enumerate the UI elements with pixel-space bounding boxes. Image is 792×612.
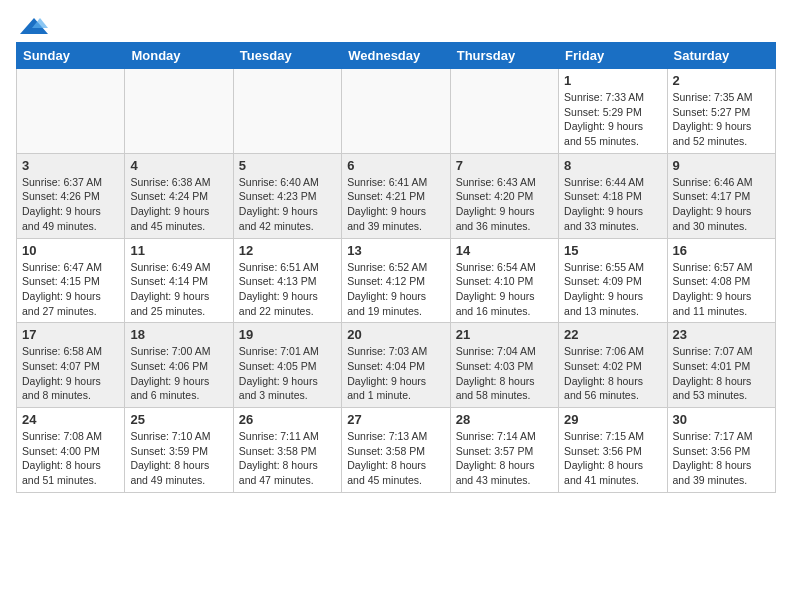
day-number: 3 — [22, 158, 119, 173]
day-number: 27 — [347, 412, 444, 427]
calendar-cell: 23Sunrise: 7:07 AMSunset: 4:01 PMDayligh… — [667, 323, 775, 408]
day-detail: Sunrise: 7:15 AMSunset: 3:56 PMDaylight:… — [564, 429, 661, 488]
day-detail: Sunrise: 6:57 AMSunset: 4:08 PMDaylight:… — [673, 260, 770, 319]
calendar-cell: 5Sunrise: 6:40 AMSunset: 4:23 PMDaylight… — [233, 153, 341, 238]
calendar-cell: 8Sunrise: 6:44 AMSunset: 4:18 PMDaylight… — [559, 153, 667, 238]
day-detail: Sunrise: 7:06 AMSunset: 4:02 PMDaylight:… — [564, 344, 661, 403]
day-detail: Sunrise: 7:00 AMSunset: 4:06 PMDaylight:… — [130, 344, 227, 403]
day-number: 28 — [456, 412, 553, 427]
calendar-cell: 9Sunrise: 6:46 AMSunset: 4:17 PMDaylight… — [667, 153, 775, 238]
calendar-cell: 12Sunrise: 6:51 AMSunset: 4:13 PMDayligh… — [233, 238, 341, 323]
day-detail: Sunrise: 6:54 AMSunset: 4:10 PMDaylight:… — [456, 260, 553, 319]
day-detail: Sunrise: 6:51 AMSunset: 4:13 PMDaylight:… — [239, 260, 336, 319]
calendar-cell — [17, 69, 125, 154]
day-detail: Sunrise: 7:01 AMSunset: 4:05 PMDaylight:… — [239, 344, 336, 403]
weekday-header-friday: Friday — [559, 43, 667, 69]
day-detail: Sunrise: 6:43 AMSunset: 4:20 PMDaylight:… — [456, 175, 553, 234]
day-detail: Sunrise: 6:52 AMSunset: 4:12 PMDaylight:… — [347, 260, 444, 319]
week-row-4: 17Sunrise: 6:58 AMSunset: 4:07 PMDayligh… — [17, 323, 776, 408]
day-detail: Sunrise: 7:33 AMSunset: 5:29 PMDaylight:… — [564, 90, 661, 149]
calendar-cell: 18Sunrise: 7:00 AMSunset: 4:06 PMDayligh… — [125, 323, 233, 408]
day-number: 17 — [22, 327, 119, 342]
logo — [16, 16, 48, 32]
weekday-header-monday: Monday — [125, 43, 233, 69]
day-detail: Sunrise: 7:35 AMSunset: 5:27 PMDaylight:… — [673, 90, 770, 149]
day-number: 14 — [456, 243, 553, 258]
calendar-cell: 21Sunrise: 7:04 AMSunset: 4:03 PMDayligh… — [450, 323, 558, 408]
day-number: 11 — [130, 243, 227, 258]
day-number: 8 — [564, 158, 661, 173]
day-detail: Sunrise: 6:41 AMSunset: 4:21 PMDaylight:… — [347, 175, 444, 234]
day-number: 22 — [564, 327, 661, 342]
day-number: 20 — [347, 327, 444, 342]
day-detail: Sunrise: 6:49 AMSunset: 4:14 PMDaylight:… — [130, 260, 227, 319]
calendar-cell: 27Sunrise: 7:13 AMSunset: 3:58 PMDayligh… — [342, 408, 450, 493]
calendar-cell: 3Sunrise: 6:37 AMSunset: 4:26 PMDaylight… — [17, 153, 125, 238]
calendar-cell: 4Sunrise: 6:38 AMSunset: 4:24 PMDaylight… — [125, 153, 233, 238]
weekday-header-sunday: Sunday — [17, 43, 125, 69]
calendar-cell: 13Sunrise: 6:52 AMSunset: 4:12 PMDayligh… — [342, 238, 450, 323]
day-number: 13 — [347, 243, 444, 258]
calendar-cell: 28Sunrise: 7:14 AMSunset: 3:57 PMDayligh… — [450, 408, 558, 493]
calendar-cell — [233, 69, 341, 154]
day-detail: Sunrise: 7:13 AMSunset: 3:58 PMDaylight:… — [347, 429, 444, 488]
calendar-cell: 24Sunrise: 7:08 AMSunset: 4:00 PMDayligh… — [17, 408, 125, 493]
week-row-5: 24Sunrise: 7:08 AMSunset: 4:00 PMDayligh… — [17, 408, 776, 493]
calendar-table: SundayMondayTuesdayWednesdayThursdayFrid… — [16, 42, 776, 493]
day-detail: Sunrise: 6:55 AMSunset: 4:09 PMDaylight:… — [564, 260, 661, 319]
logo-icon — [20, 16, 48, 36]
day-number: 15 — [564, 243, 661, 258]
calendar-cell: 22Sunrise: 7:06 AMSunset: 4:02 PMDayligh… — [559, 323, 667, 408]
calendar-cell: 11Sunrise: 6:49 AMSunset: 4:14 PMDayligh… — [125, 238, 233, 323]
day-detail: Sunrise: 6:44 AMSunset: 4:18 PMDaylight:… — [564, 175, 661, 234]
calendar-cell: 26Sunrise: 7:11 AMSunset: 3:58 PMDayligh… — [233, 408, 341, 493]
calendar-cell: 30Sunrise: 7:17 AMSunset: 3:56 PMDayligh… — [667, 408, 775, 493]
calendar-cell — [450, 69, 558, 154]
weekday-header-thursday: Thursday — [450, 43, 558, 69]
day-number: 1 — [564, 73, 661, 88]
day-detail: Sunrise: 7:17 AMSunset: 3:56 PMDaylight:… — [673, 429, 770, 488]
day-detail: Sunrise: 7:07 AMSunset: 4:01 PMDaylight:… — [673, 344, 770, 403]
day-number: 2 — [673, 73, 770, 88]
day-number: 19 — [239, 327, 336, 342]
day-detail: Sunrise: 6:40 AMSunset: 4:23 PMDaylight:… — [239, 175, 336, 234]
day-detail: Sunrise: 6:46 AMSunset: 4:17 PMDaylight:… — [673, 175, 770, 234]
calendar-cell — [342, 69, 450, 154]
day-detail: Sunrise: 6:47 AMSunset: 4:15 PMDaylight:… — [22, 260, 119, 319]
calendar-cell: 25Sunrise: 7:10 AMSunset: 3:59 PMDayligh… — [125, 408, 233, 493]
day-detail: Sunrise: 6:38 AMSunset: 4:24 PMDaylight:… — [130, 175, 227, 234]
calendar-cell: 1Sunrise: 7:33 AMSunset: 5:29 PMDaylight… — [559, 69, 667, 154]
day-number: 25 — [130, 412, 227, 427]
day-detail: Sunrise: 7:08 AMSunset: 4:00 PMDaylight:… — [22, 429, 119, 488]
calendar-cell — [125, 69, 233, 154]
day-number: 7 — [456, 158, 553, 173]
calendar-cell: 19Sunrise: 7:01 AMSunset: 4:05 PMDayligh… — [233, 323, 341, 408]
weekday-header-wednesday: Wednesday — [342, 43, 450, 69]
day-number: 23 — [673, 327, 770, 342]
weekday-header-saturday: Saturday — [667, 43, 775, 69]
day-number: 6 — [347, 158, 444, 173]
day-detail: Sunrise: 6:37 AMSunset: 4:26 PMDaylight:… — [22, 175, 119, 234]
weekday-header-tuesday: Tuesday — [233, 43, 341, 69]
day-number: 30 — [673, 412, 770, 427]
calendar-cell: 6Sunrise: 6:41 AMSunset: 4:21 PMDaylight… — [342, 153, 450, 238]
header — [16, 16, 776, 32]
calendar-cell: 29Sunrise: 7:15 AMSunset: 3:56 PMDayligh… — [559, 408, 667, 493]
day-detail: Sunrise: 7:11 AMSunset: 3:58 PMDaylight:… — [239, 429, 336, 488]
week-row-2: 3Sunrise: 6:37 AMSunset: 4:26 PMDaylight… — [17, 153, 776, 238]
calendar-cell: 15Sunrise: 6:55 AMSunset: 4:09 PMDayligh… — [559, 238, 667, 323]
calendar-cell: 16Sunrise: 6:57 AMSunset: 4:08 PMDayligh… — [667, 238, 775, 323]
day-detail: Sunrise: 7:14 AMSunset: 3:57 PMDaylight:… — [456, 429, 553, 488]
day-number: 10 — [22, 243, 119, 258]
calendar-cell: 14Sunrise: 6:54 AMSunset: 4:10 PMDayligh… — [450, 238, 558, 323]
weekday-header-row: SundayMondayTuesdayWednesdayThursdayFrid… — [17, 43, 776, 69]
day-detail: Sunrise: 7:10 AMSunset: 3:59 PMDaylight:… — [130, 429, 227, 488]
day-number: 24 — [22, 412, 119, 427]
day-detail: Sunrise: 6:58 AMSunset: 4:07 PMDaylight:… — [22, 344, 119, 403]
day-number: 21 — [456, 327, 553, 342]
calendar-cell: 10Sunrise: 6:47 AMSunset: 4:15 PMDayligh… — [17, 238, 125, 323]
day-number: 18 — [130, 327, 227, 342]
calendar-cell: 2Sunrise: 7:35 AMSunset: 5:27 PMDaylight… — [667, 69, 775, 154]
calendar-cell: 7Sunrise: 6:43 AMSunset: 4:20 PMDaylight… — [450, 153, 558, 238]
day-detail: Sunrise: 7:04 AMSunset: 4:03 PMDaylight:… — [456, 344, 553, 403]
